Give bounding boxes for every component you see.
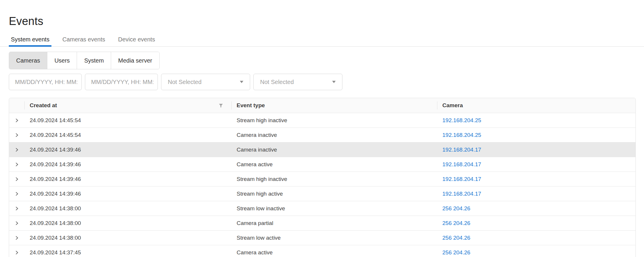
- camera-link[interactable]: 256 204.26: [442, 249, 470, 256]
- table-header-row: Created at Event type Camera: [9, 98, 635, 113]
- chevron-right-icon: [14, 162, 19, 167]
- created-at-cell: 24.09.2024 14:38:00: [24, 205, 231, 212]
- camera-link[interactable]: 256 204.26: [442, 220, 470, 226]
- chevron-right-icon: [14, 132, 19, 138]
- camera-link[interactable]: 256 204.26: [442, 235, 470, 241]
- row-expand-button[interactable]: [9, 118, 24, 123]
- filter-dropdown-2-value: Not Selected: [260, 79, 294, 85]
- tab-cameras-events[interactable]: Cameras events: [60, 35, 107, 46]
- chevron-right-icon: [14, 147, 19, 152]
- chevron-right-icon: [14, 235, 19, 241]
- tab-device-events[interactable]: Device events: [116, 35, 157, 46]
- row-expand-button[interactable]: [9, 221, 24, 226]
- chevron-right-icon: [14, 250, 19, 255]
- row-expand-button[interactable]: [9, 162, 24, 167]
- table-row[interactable]: 24.09.2024 14:38:00 Stream low inactive …: [9, 201, 635, 216]
- camera-link[interactable]: 192.168.204.17: [442, 191, 481, 197]
- created-at-cell: 24.09.2024 14:39:46: [24, 191, 231, 197]
- camera-link[interactable]: 256 204.26: [442, 205, 470, 211]
- event-type-cell: Camera active: [231, 161, 437, 168]
- camera-link[interactable]: 192.168.204.25: [442, 117, 481, 123]
- created-at-cell: 24.09.2024 14:39:46: [24, 176, 231, 182]
- row-expand-button[interactable]: [9, 177, 24, 182]
- event-type-cell: Stream high active: [231, 191, 437, 197]
- created-at-cell: 24.09.2024 14:38:00: [24, 220, 231, 226]
- camera-link[interactable]: 192.168.204.17: [442, 147, 481, 153]
- tabs-bar: System events Cameras events Device even…: [0, 35, 644, 47]
- event-type-cell: Camera partial: [231, 220, 437, 226]
- column-header-created-at: Created at: [24, 98, 231, 113]
- chevron-right-icon: [14, 177, 19, 182]
- column-header-camera: Camera: [437, 98, 635, 113]
- event-type-cell: Stream low inactive: [231, 205, 437, 212]
- dropdown-arrow-icon: [332, 81, 336, 83]
- category-button-users[interactable]: Users: [47, 52, 77, 69]
- camera-link[interactable]: 192.168.204.25: [442, 132, 481, 138]
- table-row[interactable]: 24.09.2024 14:37:45 Camera active 256 20…: [9, 245, 635, 257]
- date-to-input[interactable]: [85, 74, 158, 90]
- tab-system-events[interactable]: System events: [9, 35, 51, 46]
- table-row[interactable]: 24.09.2024 14:45:54 Camera inactive 192.…: [9, 127, 635, 142]
- table-body: 24.09.2024 14:45:54 Stream high inactive…: [9, 113, 635, 257]
- page-title: Events: [9, 0, 636, 28]
- events-page: Events System events Cameras events Devi…: [0, 0, 644, 257]
- date-from-input[interactable]: [9, 74, 82, 90]
- event-type-cell: Camera inactive: [231, 132, 437, 138]
- event-type-cell: Stream low active: [231, 235, 437, 241]
- event-type-cell: Camera active: [231, 249, 437, 256]
- created-at-cell: 24.09.2024 14:37:45: [24, 249, 231, 256]
- category-button-system[interactable]: System: [77, 52, 111, 69]
- filter-icon[interactable]: [219, 103, 223, 108]
- filter-dropdown-2[interactable]: Not Selected: [253, 74, 342, 90]
- chevron-right-icon: [14, 191, 19, 196]
- chevron-right-icon: [14, 221, 19, 226]
- table-row[interactable]: 24.09.2024 14:38:00 Camera partial 256 2…: [9, 216, 635, 230]
- chevron-right-icon: [14, 118, 19, 123]
- category-button-cameras[interactable]: Cameras: [9, 52, 47, 69]
- table-row[interactable]: 24.09.2024 14:39:46 Stream high active 1…: [9, 186, 635, 201]
- dropdown-arrow-icon: [240, 81, 243, 83]
- created-at-cell: 24.09.2024 14:38:00: [24, 235, 231, 241]
- camera-link[interactable]: 192.168.204.17: [442, 176, 481, 182]
- created-at-cell: 24.09.2024 14:39:46: [24, 147, 231, 153]
- row-expand-button[interactable]: [9, 235, 24, 241]
- row-expand-button[interactable]: [9, 191, 24, 196]
- chevron-right-icon: [14, 206, 19, 211]
- row-expand-button[interactable]: [9, 250, 24, 255]
- table-row[interactable]: 24.09.2024 14:45:54 Stream high inactive…: [9, 113, 635, 127]
- event-type-cell: Camera inactive: [231, 147, 437, 153]
- event-type-cell: Stream high inactive: [231, 117, 437, 124]
- event-type-cell: Stream high inactive: [231, 176, 437, 182]
- table-row[interactable]: 24.09.2024 14:39:46 Stream high inactive…: [9, 172, 635, 186]
- row-expand-button[interactable]: [9, 132, 24, 138]
- category-button-group: Cameras Users System Media server: [9, 52, 160, 69]
- table-row[interactable]: 24.09.2024 14:39:46 Camera active 192.16…: [9, 157, 635, 172]
- table-row[interactable]: 24.09.2024 14:38:00 Stream low active 25…: [9, 230, 635, 245]
- row-expand-button[interactable]: [9, 206, 24, 211]
- created-at-cell: 24.09.2024 14:45:54: [24, 117, 231, 124]
- table-row[interactable]: 24.09.2024 14:39:46 Camera inactive 192.…: [9, 142, 635, 157]
- created-at-cell: 24.09.2024 14:39:46: [24, 161, 231, 168]
- row-expand-button[interactable]: [9, 147, 24, 152]
- events-table: Created at Event type Camera: [9, 98, 636, 257]
- camera-link[interactable]: 192.168.204.17: [442, 161, 481, 167]
- created-at-cell: 24.09.2024 14:45:54: [24, 132, 231, 138]
- column-header-event-type: Event type: [231, 98, 437, 113]
- column-header-expander: [9, 98, 24, 113]
- filter-row: Not Selected Not Selected: [9, 74, 636, 90]
- filter-dropdown-1[interactable]: Not Selected: [161, 74, 250, 90]
- filter-dropdown-1-value: Not Selected: [168, 79, 202, 85]
- category-button-media-server[interactable]: Media server: [111, 52, 159, 69]
